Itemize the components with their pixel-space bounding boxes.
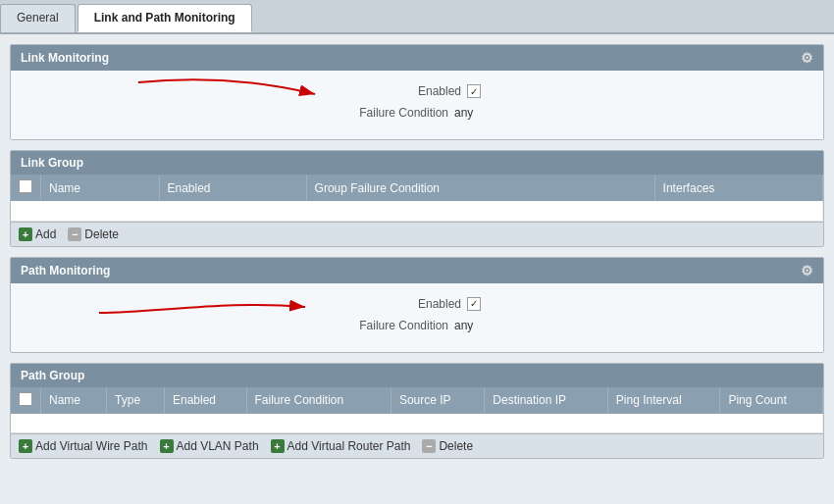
link-group-col-name: Name [41,175,160,201]
path-group-table-wrap: Name Type Enabled Failure Condition Sour… [11,387,823,434]
path-monitoring-enabled-row: Enabled [30,293,804,315]
link-group-header: Link Group [11,151,823,175]
link-group-col-check [11,175,41,201]
path-monitoring-failure-row: Failure Condition any [30,315,804,336]
vr-add-icon: + [271,439,285,453]
add-vw-label: Add Virtual Wire Path [35,439,148,453]
add-virtual-wire-button[interactable]: + Add Virtual Wire Path [19,439,148,453]
link-group-add-label: Add [35,227,56,241]
link-group-header-row: Name Enabled Group Failure Condition Int… [11,175,823,201]
path-col-enabled: Enabled [164,387,246,414]
path-failure-label: Failure Condition [340,319,448,332]
link-monitoring-enabled-row: Enabled [30,80,804,102]
link-group-delete-label: Delete [84,227,119,241]
link-monitoring-gear-icon[interactable]: ⚙ [801,50,813,66]
add-icon: + [19,227,32,241]
vw-add-icon: + [19,439,32,453]
add-vr-label: Add Virtual Router Path [287,439,411,453]
path-group-delete-button[interactable]: − Delete [422,439,473,453]
path-group-section: Path Group Name Type Enabled Failure Con… [10,363,824,460]
link-group-col-failure: Group Failure Condition [306,175,654,201]
link-group-col-enabled: Enabled [159,175,306,201]
path-group-header-row: Name Type Enabled Failure Condition Sour… [11,387,823,414]
path-enabled-checkbox[interactable] [467,297,481,311]
path-col-ping-count: Ping Count [720,387,823,414]
path-monitoring-header: Path Monitoring ⚙ [11,258,823,283]
link-group-table-wrap: Name Enabled Group Failure Condition Int… [11,175,823,222]
add-vlan-button[interactable]: + Add VLAN Path [160,439,259,453]
path-col-ping-interval: Ping Interval [607,387,720,414]
add-virtual-router-button[interactable]: + Add Virtual Router Path [271,439,411,453]
path-col-failure: Failure Condition [246,387,391,414]
path-col-destination: Destination IP [485,387,608,414]
path-group-title: Path Group [21,369,84,382]
failure-condition-label: Failure Condition [340,106,448,120]
del-icon: − [68,227,81,241]
path-enabled-label: Enabled [353,297,461,311]
link-monitoring-section: Link Monitoring ⚙ Enabled Failure Condit… [10,44,824,140]
link-group-add-button[interactable]: + Add [19,227,56,241]
path-monitoring-section: Path Monitoring ⚙ Enabled Failure Condit… [10,257,824,353]
content-area: Link Monitoring ⚙ Enabled Failure Condit… [0,34,834,504]
link-group-section: Link Group Name Enabled Group Failure Co… [10,150,824,247]
path-col-name: Name [41,387,107,414]
link-group-tbody [11,201,823,221]
link-group-table: Name Enabled Group Failure Condition Int… [11,175,823,222]
link-monitoring-header: Link Monitoring ⚙ [11,45,823,71]
link-group-header-checkbox[interactable] [19,179,32,193]
link-group-title: Link Group [21,156,83,170]
tab-link-path[interactable]: Link and Path Monitoring [78,4,252,32]
path-group-header-checkbox[interactable] [19,392,32,406]
path-group-header: Path Group [11,364,823,387]
link-monitoring-title: Link Monitoring [21,51,109,65]
add-vlan-label: Add VLAN Path [177,439,259,453]
path-monitoring-gear-icon[interactable]: ⚙ [801,263,813,278]
enabled-checkbox[interactable] [467,84,481,98]
link-group-toolbar: + Add − Delete [11,222,823,246]
path-monitoring-title: Path Monitoring [21,264,110,277]
vlan-add-icon: + [160,439,174,453]
path-group-table: Name Type Enabled Failure Condition Sour… [11,387,823,434]
link-group-empty-row [11,201,823,221]
path-group-toolbar: + Add Virtual Wire Path + Add VLAN Path … [11,433,823,458]
path-group-tbody [11,414,823,433]
path-group-empty-row [11,414,823,433]
path-monitoring-body: Enabled Failure Condition any [11,283,823,352]
path-col-source: Source IP [391,387,484,414]
tab-bar: General Link and Path Monitoring [0,0,834,34]
path-col-check [11,387,41,414]
enabled-label: Enabled [353,84,461,98]
link-monitoring-failure-row: Failure Condition any [30,102,804,124]
failure-condition-value: any [454,106,494,120]
path-failure-value: any [454,319,494,332]
link-group-col-interfaces: Interfaces [654,175,822,201]
link-group-delete-button[interactable]: − Delete [68,227,119,241]
tab-general[interactable]: General [0,4,76,32]
path-del-icon: − [422,439,436,453]
link-monitoring-body: Enabled Failure Condition any [11,71,823,139]
path-col-type: Type [107,387,165,414]
path-delete-label: Delete [439,439,473,453]
